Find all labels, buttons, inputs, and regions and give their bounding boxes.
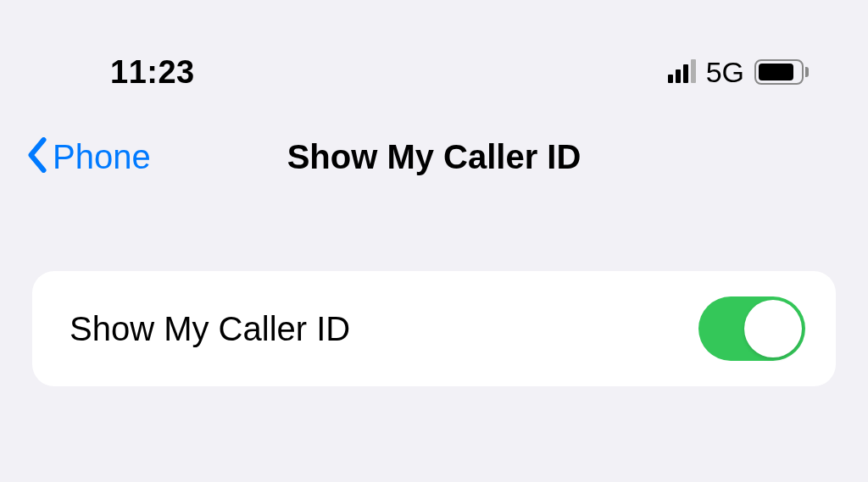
caller-id-label: Show My Caller ID: [70, 310, 350, 348]
network-type: 5G: [706, 56, 744, 89]
back-label: Phone: [53, 138, 151, 176]
caller-id-toggle[interactable]: [698, 296, 805, 361]
content-area: Show My Caller ID: [0, 178, 868, 386]
page-title: Show My Caller ID: [287, 138, 581, 176]
caller-id-row: Show My Caller ID: [32, 271, 836, 386]
status-indicators: 5G: [668, 56, 809, 89]
chevron-left-icon: [25, 137, 49, 176]
cellular-signal-icon: [668, 61, 696, 83]
navigation-bar: Phone Show My Caller ID: [0, 102, 868, 178]
toggle-knob: [744, 300, 802, 357]
status-time: 11:23: [110, 54, 195, 91]
battery-icon: [754, 59, 809, 85]
status-bar: 11:23 5G: [0, 0, 868, 102]
back-button[interactable]: Phone: [25, 137, 151, 176]
